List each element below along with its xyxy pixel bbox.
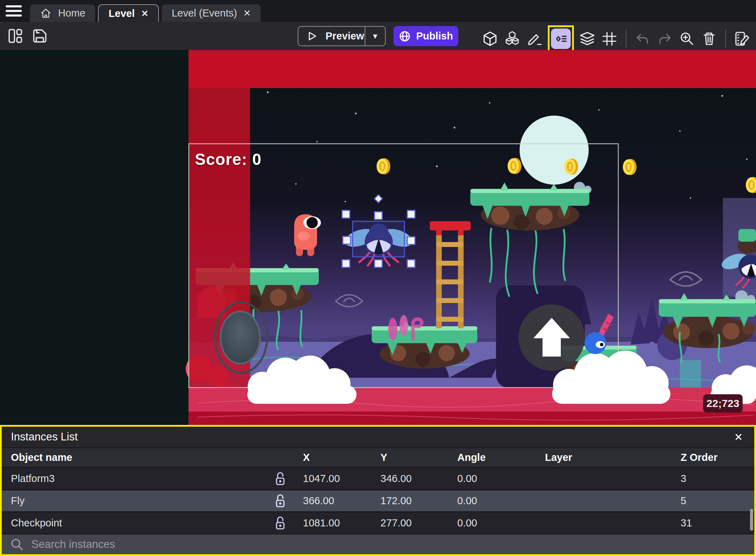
- table-header: Object name X Y Angle Layer Z Order: [2, 447, 754, 467]
- instance-y[interactable]: 277.00: [373, 517, 450, 529]
- publish-label: Publish: [416, 30, 453, 42]
- save-icon: [32, 28, 48, 44]
- preview-label: Preview: [326, 30, 364, 42]
- home-icon: [40, 7, 52, 19]
- search-bar: [2, 533, 754, 554]
- column-y: Y: [373, 452, 450, 463]
- tab-level-label: Level: [109, 8, 135, 19]
- preview-button[interactable]: Preview ▼: [298, 26, 386, 46]
- search-icon: [10, 538, 24, 551]
- instances-list-button-highlight: [548, 25, 574, 52]
- layers-button[interactable]: [578, 29, 596, 48]
- table-row[interactable]: Checkpoint 1081.00 277.00 0.00 31: [2, 511, 754, 533]
- layout-panels-icon: [7, 28, 23, 44]
- cube-icon: [482, 31, 498, 47]
- instance-name: Fly: [2, 495, 264, 507]
- menu-icon[interactable]: [6, 5, 22, 17]
- tab-level-events-label: Level (Events): [172, 7, 237, 19]
- instance-x[interactable]: 1047.00: [296, 473, 373, 484]
- unlock-icon[interactable]: [274, 516, 286, 531]
- instance-angle[interactable]: 0.00: [450, 473, 538, 484]
- instance-name: Platform3: [2, 473, 264, 484]
- app-window: Home Level ✕ Level (Events) ✕: [0, 0, 756, 556]
- instances-list-icon: [554, 32, 568, 45]
- instances-list-panel: Instances List ✕ Object name X Y Angle L…: [0, 425, 756, 556]
- redo-button[interactable]: [656, 29, 674, 48]
- toolbar-divider: [626, 30, 626, 48]
- scene-edit-icon: [734, 31, 750, 47]
- table-row-selected[interactable]: Fly 366.00 172.00 0.00 5: [2, 489, 754, 511]
- play-icon: [308, 31, 317, 41]
- redo-icon: [657, 31, 673, 47]
- publish-button[interactable]: Publish: [394, 26, 458, 46]
- scene-canvas[interactable]: Score: 0 22;723: [0, 50, 756, 425]
- unlock-icon[interactable]: [274, 494, 286, 508]
- undo-icon: [635, 31, 650, 47]
- moon-instance[interactable]: [520, 116, 589, 185]
- instance-name: Checkpoint: [2, 517, 264, 529]
- instance-z-order[interactable]: 31: [674, 517, 754, 529]
- instance-y[interactable]: 172.00: [373, 495, 450, 507]
- zoom-button[interactable]: [678, 29, 696, 48]
- jump-button-control[interactable]: [519, 304, 585, 371]
- table-row[interactable]: Platform3 1047.00 346.00 0.00 3: [2, 467, 754, 489]
- scrollbar-thumb[interactable]: [750, 509, 753, 531]
- tab-bar: Home Level ✕ Level (Events) ✕: [0, 0, 756, 22]
- zoom-in-icon: [679, 31, 695, 47]
- pencil-icon: [527, 31, 542, 47]
- instance-z-order[interactable]: 3: [674, 473, 754, 484]
- tab-level[interactable]: Level ✕: [98, 4, 159, 22]
- tab-level-close-icon[interactable]: ✕: [141, 9, 149, 18]
- preview-dropdown-button[interactable]: ▼: [365, 27, 385, 45]
- waterfall: [680, 360, 701, 388]
- instance-x[interactable]: 1081.00: [296, 517, 373, 529]
- trash-icon: [701, 31, 717, 47]
- grid-button[interactable]: [601, 29, 618, 48]
- column-object-name: Object name: [2, 452, 264, 463]
- column-x: X: [296, 452, 373, 463]
- score-text: Score: 0: [195, 150, 262, 169]
- instance-angle[interactable]: 0.00: [450, 517, 538, 529]
- column-layer: Layer: [538, 452, 674, 463]
- cursor-coordinates-badge: 22;723: [703, 394, 743, 413]
- objects-list-button[interactable]: [503, 29, 521, 48]
- delete-button[interactable]: [700, 29, 718, 48]
- toolbar-divider: [725, 30, 726, 48]
- instances-list-button[interactable]: [551, 29, 571, 49]
- platform-instance[interactable]: [738, 229, 756, 254]
- instance-z-order[interactable]: 5: [674, 495, 754, 507]
- unlock-icon[interactable]: [274, 471, 286, 486]
- undo-button[interactable]: [634, 29, 651, 48]
- search-instances-input[interactable]: [31, 538, 746, 551]
- layout-panels-button[interactable]: [6, 26, 24, 45]
- tab-home-label: Home: [58, 7, 85, 19]
- save-button[interactable]: [31, 26, 49, 45]
- layers-icon: [579, 31, 595, 47]
- instance-y[interactable]: 346.00: [373, 473, 450, 484]
- column-angle: Angle: [450, 452, 538, 463]
- scene-render: [0, 50, 756, 425]
- chevron-down-icon: ▼: [372, 32, 379, 41]
- tab-level-events[interactable]: Level (Events) ✕: [162, 4, 260, 22]
- tab-home[interactable]: Home: [30, 4, 95, 22]
- panel-title: Instances List: [11, 431, 78, 443]
- edit-scene-properties-button[interactable]: [733, 29, 751, 48]
- globe-icon: [399, 30, 411, 42]
- editor-toolbar: Preview ▼ Publish: [0, 22, 756, 50]
- joystick-control[interactable]: [215, 302, 267, 373]
- panel-close-button[interactable]: ✕: [732, 431, 745, 443]
- grid-icon: [602, 31, 617, 47]
- column-z-order: Z Order: [674, 452, 754, 463]
- tab-level-events-close-icon[interactable]: ✕: [243, 9, 251, 18]
- view-3d-button[interactable]: [481, 29, 499, 48]
- instance-angle[interactable]: 0.00: [450, 495, 538, 507]
- stacked-cubes-icon: [504, 30, 521, 47]
- draw-edit-button[interactable]: [526, 29, 543, 48]
- instance-x[interactable]: 366.00: [296, 495, 373, 507]
